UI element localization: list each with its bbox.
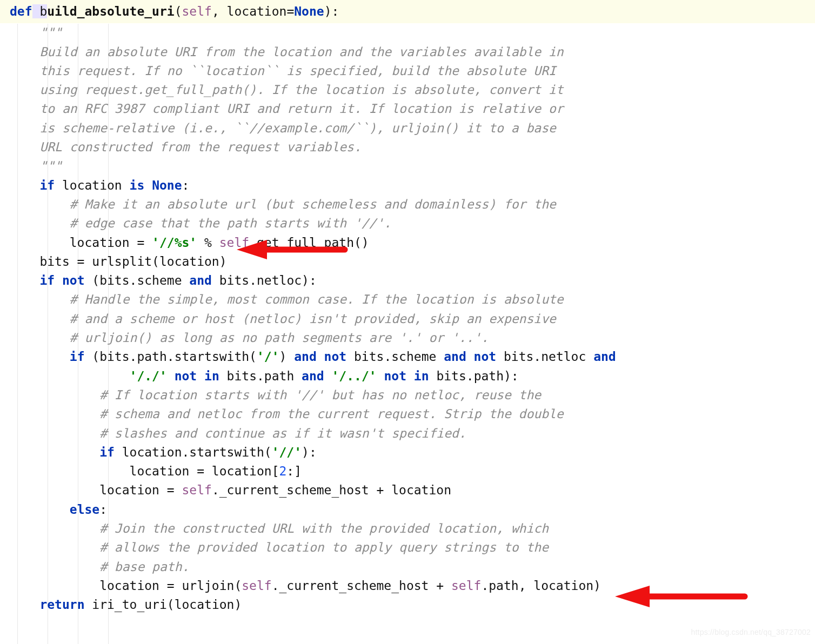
code-line: bits = urlsplit(location) [10,252,815,271]
code-line: this request. If no ``location`` is spec… [10,62,815,81]
function-signature: def build_absolute_uri(self, location=No… [0,0,815,23]
none-default: None [294,4,324,18]
code-line: # edge case that the path starts with '/… [10,214,815,233]
code-line: if location.startswith('//'): [10,443,815,462]
watermark-text: https://blog.csdn.net/qq_38727002 [691,623,811,642]
function-name: uild_absolute_uri [47,4,174,18]
code-line: to an RFC 3987 compliant URI and return … [10,99,815,118]
code-line: # Handle the simple, most common case. I… [10,290,815,309]
code-line: Build an absolute URI from the location … [10,43,815,62]
code-line: if location is None: [10,176,815,195]
code-line: if (bits.path.startswith('/') and not bi… [10,347,815,366]
code-line: # slashes and continue as if it wasn't s… [10,424,815,443]
code-line: '/./' not in bits.path and '/../' not in… [10,367,815,386]
code-line: # schema and netloc from the current req… [10,405,815,424]
code-line: # If location starts with '//' but has n… [10,386,815,405]
code-line: # allows the provided location to apply … [10,538,815,557]
code-line: URL constructed from the request variabl… [10,138,815,157]
code-line: location = location[2:] [10,462,815,481]
code-line: # Join the constructed URL with the prov… [10,519,815,538]
code-line: location = urljoin(self._current_scheme_… [10,576,815,595]
code-line: is scheme-relative (i.e., ``//example.co… [10,119,815,138]
code-line: # Make it an absolute url (but schemeles… [10,195,815,214]
code-line: location = '//%s' % self.get_full_path() [10,233,815,252]
code-line: # base path. [10,558,815,576]
code-line: # urljoin() as long as no path segments … [10,328,815,347]
code-body: """ Build an absolute URI from the locat… [0,23,815,614]
code-line: location = self._current_scheme_host + l… [10,481,815,500]
code-line: else: [10,500,815,519]
self-param: self [182,4,212,18]
code-line: """ [10,23,815,42]
code-line: return iri_to_uri(location) [10,595,815,614]
def-keyword: def [10,4,32,18]
code-line: using request.get_full_path(). If the lo… [10,81,815,99]
caret-selection: b [32,4,48,18]
code-line: """ [10,157,815,176]
code-line: # and a scheme or host (netloc) isn't pr… [10,310,815,328]
code-line: if not (bits.scheme and bits.netloc): [10,271,815,290]
